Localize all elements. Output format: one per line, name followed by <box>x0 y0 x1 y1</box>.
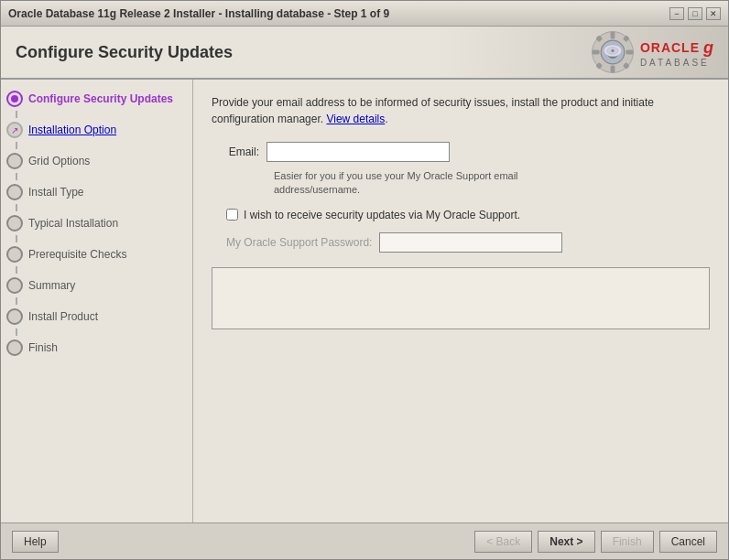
window-title: Oracle Database 11g Release 2 Installer … <box>8 7 389 20</box>
page-header: Configure Security Updates <box>1 27 728 80</box>
email-hint: Easier for you if you use your My Oracle… <box>274 169 567 198</box>
nav-item-prerequisite-checks[interactable]: Prerequisite Checks <box>1 242 192 266</box>
nav-item-summary[interactable]: Summary <box>1 274 192 297</box>
svg-rect-4 <box>610 65 615 72</box>
password-input[interactable] <box>379 232 562 253</box>
nav-connector-6 <box>16 266 17 274</box>
left-navigation: Configure Security Updates ↗ Installatio… <box>1 80 193 522</box>
bottom-right-buttons: < Back Next > Finish Cancel <box>474 531 717 553</box>
cancel-button[interactable]: Cancel <box>659 531 717 553</box>
log-area <box>212 267 710 329</box>
bottom-bar: Help < Back Next > Finish Cancel <box>1 522 728 559</box>
description-suffix: . <box>385 113 387 125</box>
step-indicator-1 <box>6 91 23 107</box>
step-indicator-8 <box>6 308 23 325</box>
gear-icon <box>591 30 635 74</box>
step-indicator-9 <box>6 339 23 356</box>
email-input[interactable] <box>267 142 450 162</box>
nav-connector-3 <box>16 173 17 180</box>
oracle-version: g <box>703 37 713 58</box>
checkbox-row: I wish to receive security updates via M… <box>226 209 710 221</box>
svg-rect-5 <box>592 50 599 55</box>
window-controls: − □ ✕ <box>669 7 721 20</box>
nav-connector-5 <box>16 235 17 242</box>
oracle-product-text: DATABASE <box>640 58 710 68</box>
nav-item-grid-options[interactable]: Grid Options <box>1 149 192 173</box>
nav-item-configure-security[interactable]: Configure Security Updates <box>1 87 192 111</box>
description-text: Provide your email address to be informe… <box>212 96 654 125</box>
nav-item-install-product[interactable]: Install Product <box>1 305 192 328</box>
main-window: Oracle Database 11g Release 2 Installer … <box>0 0 729 560</box>
help-button[interactable]: Help <box>12 531 59 553</box>
back-button[interactable]: < Back <box>474 531 532 553</box>
page-title: Configure Security Updates <box>16 43 233 62</box>
minimize-button[interactable]: − <box>669 7 684 20</box>
nav-label-finish: Finish <box>28 341 58 354</box>
password-form-row: My Oracle Support Password: <box>226 232 710 253</box>
nav-item-typical-installation[interactable]: Typical Installation <box>1 211 192 235</box>
nav-item-finish[interactable]: Finish <box>1 336 192 360</box>
content-description: Provide your email address to be informe… <box>212 94 710 127</box>
nav-connector-2 <box>16 142 17 149</box>
nav-connector-8 <box>16 328 17 336</box>
bottom-left-buttons: Help <box>12 531 59 553</box>
title-bar: Oracle Database 11g Release 2 Installer … <box>1 1 728 27</box>
security-updates-checkbox[interactable] <box>226 209 238 221</box>
nav-label-configure-security: Configure Security Updates <box>28 92 173 105</box>
email-label: Email: <box>212 145 267 158</box>
nav-item-install-type[interactable]: Install Type <box>1 180 192 204</box>
nav-label-install-product: Install Product <box>28 310 98 323</box>
step-indicator-4 <box>6 184 23 200</box>
step-indicator-6 <box>6 246 23 263</box>
oracle-brand: ORACLE g DATABASE <box>640 37 713 68</box>
nav-label-grid-options: Grid Options <box>28 155 90 167</box>
svg-rect-6 <box>626 50 633 55</box>
nav-label-installation-option: Installation Option <box>28 124 116 136</box>
nav-connector-1 <box>16 111 17 118</box>
step-indicator-2: ↗ <box>6 122 23 138</box>
view-details-link[interactable]: View details <box>326 113 385 125</box>
nav-label-install-type: Install Type <box>28 186 83 199</box>
nav-label-typical-installation: Typical Installation <box>28 217 118 230</box>
password-label: My Oracle Support Password: <box>226 236 372 249</box>
checkbox-label[interactable]: I wish to receive security updates via M… <box>244 209 520 221</box>
oracle-text: ORACLE <box>640 40 700 55</box>
next-button[interactable]: Next > <box>538 531 594 553</box>
email-hint-line2: address/username. <box>274 184 360 195</box>
right-content-panel: Provide your email address to be informe… <box>193 80 728 522</box>
svg-point-13 <box>611 49 614 52</box>
oracle-logo-top: ORACLE g <box>640 37 713 58</box>
finish-button[interactable]: Finish <box>601 531 654 553</box>
step-indicator-5 <box>6 215 23 232</box>
step-indicator-7 <box>6 277 23 294</box>
email-hint-line1: Easier for you if you use your My Oracle… <box>274 170 518 181</box>
restore-button[interactable]: □ <box>688 7 702 20</box>
email-form-row: Email: <box>212 142 710 162</box>
nav-connector-4 <box>16 204 17 211</box>
svg-rect-3 <box>610 32 615 39</box>
main-content-area: Configure Security Updates ↗ Installatio… <box>1 80 728 522</box>
step-indicator-3 <box>6 153 23 169</box>
nav-item-installation-option[interactable]: ↗ Installation Option <box>1 118 192 142</box>
nav-label-summary: Summary <box>28 279 75 292</box>
nav-connector-7 <box>16 297 17 305</box>
nav-label-prerequisite-checks: Prerequisite Checks <box>28 248 126 261</box>
oracle-logo-area: ORACLE g DATABASE <box>591 30 713 74</box>
close-button[interactable]: ✕ <box>706 7 721 20</box>
